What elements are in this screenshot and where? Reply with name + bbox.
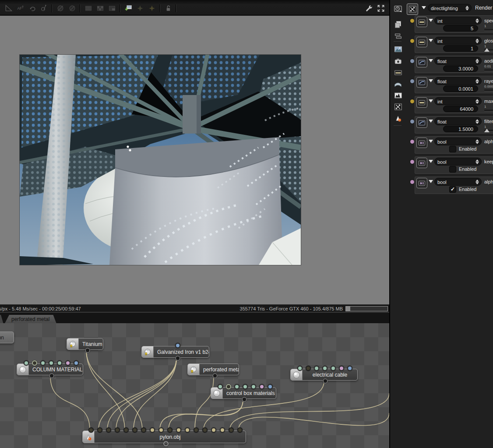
input-pin-pink[interactable]: [339, 366, 344, 371]
input-pin-teal[interactable]: [234, 384, 239, 389]
input-pin-teal[interactable]: [297, 366, 303, 371]
input-pin-tan[interactable]: [211, 427, 216, 433]
input-pin-dark[interactable]: [194, 427, 199, 433]
pin-dot[interactable]: [410, 39, 414, 43]
input-pin-dark[interactable]: [229, 427, 234, 433]
pin-dot[interactable]: [410, 180, 414, 184]
expand-icon[interactable]: [375, 3, 386, 14]
int-icon[interactable]: [416, 37, 427, 47]
input-pin-teal[interactable]: [314, 366, 319, 371]
input-pin-dark[interactable]: [106, 427, 111, 433]
output-pin[interactable]: [242, 397, 247, 402]
tab-partial[interactable]: [0, 315, 4, 324]
bool-icon[interactable]: [416, 158, 427, 168]
value-slider[interactable]: 1: [484, 105, 493, 112]
chevron-down-icon[interactable]: [429, 39, 433, 42]
node-control-box-materials[interactable]: control box materials: [211, 387, 276, 399]
node-pylon-obj[interactable]: pylon.obj: [82, 430, 246, 443]
type-dropdown[interactable]: int: [434, 97, 482, 105]
spinner-icon[interactable]: [475, 79, 479, 84]
value-field[interactable]: 1: [443, 45, 478, 52]
spinner-icon[interactable]: [475, 18, 479, 23]
input-pin-teal[interactable]: [49, 360, 54, 366]
slider-track[interactable]: [484, 69, 493, 71]
spinner-icon[interactable]: [475, 59, 479, 63]
input-pin-dark[interactable]: [202, 427, 208, 433]
value-field[interactable]: 3.0000: [443, 65, 478, 72]
node-perforated-metal[interactable]: perforated metal: [187, 363, 239, 375]
node-titanium[interactable]: Titanium: [67, 338, 103, 350]
input-pin-teal[interactable]: [331, 366, 336, 371]
input-pin-tan[interactable]: [158, 427, 164, 433]
enabled-checkbox[interactable]: [449, 146, 456, 152]
value-slider[interactable]: 1: [484, 125, 493, 132]
input-pin-hollow[interactable]: [32, 360, 37, 366]
value-field[interactable]: 64000: [443, 106, 478, 112]
output-pin[interactable]: [175, 356, 180, 361]
type-dropdown[interactable]: bool: [434, 178, 482, 186]
output-pin[interactable]: [323, 378, 328, 384]
lock-resolution-icon[interactable]: [55, 3, 66, 14]
pin-dot[interactable]: [410, 140, 414, 144]
subsample-region-icon[interactable]: [106, 3, 117, 14]
enabled-checkbox[interactable]: ✓: [449, 186, 456, 193]
input-pin-teal[interactable]: [40, 360, 46, 366]
int-icon[interactable]: [416, 17, 427, 27]
output-pin[interactable]: [49, 373, 54, 378]
pin-dot[interactable]: [410, 19, 414, 23]
input-pin-dark[interactable]: [306, 366, 311, 371]
type-dropdown[interactable]: float: [434, 57, 482, 65]
spinner-icon[interactable]: [475, 39, 479, 43]
output-pin[interactable]: [85, 348, 90, 353]
float-icon[interactable]: [416, 57, 427, 67]
star-icon[interactable]: [134, 3, 145, 14]
chevron-down-icon[interactable]: [429, 19, 433, 22]
value-slider[interactable]: 1: [484, 45, 493, 51]
input-pin-teal[interactable]: [57, 360, 62, 366]
checker-coarse-icon[interactable]: [95, 3, 106, 14]
bool-icon[interactable]: [416, 178, 427, 188]
value-field[interactable]: 1.5000: [443, 126, 478, 132]
input-pin-tan[interactable]: [185, 427, 190, 433]
input-pin-teal[interactable]: [24, 360, 29, 366]
node-graph-canvas[interactable]: ationTitaniumGalvanized Iron v1 b243COLU…: [0, 323, 389, 448]
input-pin-tan[interactable]: [220, 427, 225, 433]
render-viewport[interactable]: [0, 16, 389, 304]
checker-fine-icon[interactable]: [83, 3, 94, 14]
imager-icon[interactable]: [407, 4, 418, 15]
input-pin-dark[interactable]: [97, 427, 102, 433]
autofocus-icon[interactable]: AF: [15, 3, 26, 14]
save-render-icon[interactable]: [123, 3, 134, 14]
spinner-icon[interactable]: [475, 99, 479, 104]
int-icon[interactable]: [416, 97, 427, 108]
geometry-icon[interactable]: [393, 113, 403, 123]
imager-icon[interactable]: [393, 102, 403, 112]
environment-icon[interactable]: [393, 79, 403, 89]
input-pin-dark[interactable]: [88, 427, 94, 433]
value-field[interactable]: 5: [443, 25, 478, 32]
camera-icon[interactable]: [393, 56, 403, 67]
float-icon[interactable]: [416, 77, 427, 88]
chevron-down-icon[interactable]: [422, 6, 426, 9]
texture-icon[interactable]: [393, 90, 403, 101]
type-dropdown[interactable]: float: [434, 77, 482, 85]
type-dropdown[interactable]: float: [434, 117, 482, 125]
chevron-down-icon[interactable]: [429, 79, 433, 82]
enabled-checkbox[interactable]: [449, 166, 456, 173]
spinner-icon[interactable]: [475, 139, 479, 144]
chevron-down-icon[interactable]: [429, 180, 433, 183]
input-pin-hollow[interactable]: [226, 384, 231, 389]
input-pin-dark[interactable]: [237, 427, 243, 433]
lock-icon[interactable]: [162, 3, 173, 14]
chevron-down-icon[interactable]: [429, 59, 433, 62]
tab-perforated-metal[interactable]: perforated metal: [4, 315, 56, 324]
value-slider[interactable]: 0.01: [484, 65, 493, 71]
input-pin-blue[interactable]: [268, 384, 273, 389]
measure-icon[interactable]: [3, 3, 14, 14]
node-selector-dropdown[interactable]: directlighting: [428, 4, 472, 12]
input-pin-blue[interactable]: [74, 360, 79, 366]
input-pin-blue[interactable]: [175, 343, 180, 348]
lock-resolution-alt-icon[interactable]: [67, 3, 77, 14]
output-pin[interactable]: [163, 441, 169, 446]
material-icon[interactable]: [393, 67, 403, 78]
